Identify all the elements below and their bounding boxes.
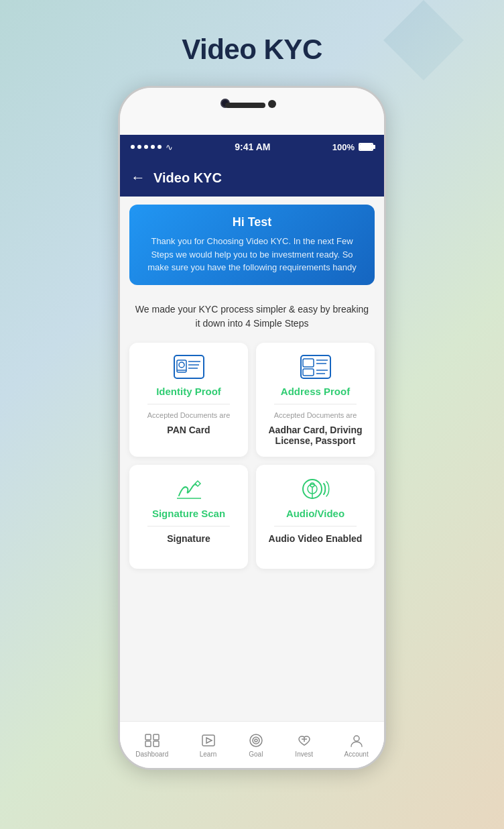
identity-docs-value: PAN Card — [167, 425, 210, 435]
scroll-content[interactable]: We made your KYC process simpler & easy … — [120, 293, 384, 722]
audio-video-divider — [274, 526, 356, 527]
invest-icon — [296, 732, 312, 749]
bg-decoration — [383, 0, 464, 80]
dashboard-label: Dashboard — [135, 751, 168, 758]
goal-label: Goal — [249, 751, 263, 758]
svg-point-30 — [354, 736, 359, 741]
phone-top — [120, 88, 384, 135]
signal-dot-5 — [158, 145, 162, 149]
signal-dot-1 — [131, 145, 135, 149]
status-left: ∿ — [131, 142, 173, 152]
address-proof-card[interactable]: Address Proof Accepted Documents are Aad… — [256, 343, 375, 457]
greeting-name: Hi Test — [141, 215, 363, 229]
signature-title: Signature Scan — [152, 508, 225, 519]
svg-marker-24 — [206, 738, 212, 743]
identity-docs-label: Accepted Documents are — [147, 411, 231, 419]
identity-proof-card[interactable]: Identity Proof Accepted Documents are PA… — [129, 343, 248, 457]
audio-video-card[interactable]: Audio/Video Audio Video Enabled — [256, 465, 375, 569]
svg-rect-20 — [153, 734, 159, 740]
identity-divider — [147, 404, 229, 404]
account-label: Account — [344, 751, 369, 758]
page-title: Video KYC — [182, 34, 322, 66]
signature-scan-card[interactable]: Signature Scan Signature — [129, 465, 248, 569]
phone-device: ∿ 9:41 AM 100% ← Video KYC Hi Test Thank… — [118, 86, 386, 770]
status-time: 9:41 AM — [235, 142, 270, 152]
bottom-nav: Dashboard Learn — [120, 721, 384, 768]
learn-label: Learn — [200, 751, 217, 758]
audio-video-title: Audio/Video — [286, 508, 344, 519]
identity-title: Identity Proof — [156, 386, 221, 397]
signature-icon — [172, 476, 206, 502]
svg-point-27 — [255, 739, 257, 742]
svg-rect-22 — [153, 741, 159, 747]
signature-divider — [147, 526, 229, 527]
rear-camera — [268, 100, 276, 108]
address-docs-label: Accepted Documents are — [274, 411, 357, 419]
address-icon — [299, 353, 332, 380]
svg-rect-8 — [303, 359, 314, 367]
phone-screen: ∿ 9:41 AM 100% ← Video KYC Hi Test Thank… — [120, 135, 384, 768]
status-right: 100% — [332, 142, 373, 152]
nav-dashboard[interactable]: Dashboard — [135, 732, 168, 758]
status-bar: ∿ 9:41 AM 100% — [120, 135, 384, 159]
app-header: ← Video KYC — [120, 159, 384, 197]
goal-icon — [248, 732, 264, 749]
nav-learn[interactable]: Learn — [200, 732, 217, 758]
steps-description: We made your KYC process simpler & easy … — [120, 293, 384, 337]
svg-point-25 — [250, 734, 262, 747]
kyc-cards-grid: Identity Proof Accepted Documents are PA… — [120, 337, 384, 578]
greeting-card: Hi Test Thank you for Choosing Video KYC… — [129, 205, 375, 285]
battery-percent: 100% — [332, 142, 355, 152]
svg-rect-0 — [174, 355, 204, 378]
svg-rect-9 — [303, 369, 314, 376]
signature-docs-value: Signature — [167, 533, 210, 544]
account-icon — [349, 732, 365, 749]
battery-icon — [359, 143, 373, 151]
address-divider — [274, 404, 356, 404]
invest-label: Invest — [295, 751, 313, 758]
battery-fill — [360, 144, 372, 150]
signal-dot-4 — [151, 145, 155, 149]
nav-account[interactable]: Account — [344, 732, 369, 758]
address-title: Address Proof — [281, 386, 350, 397]
svg-rect-21 — [145, 741, 151, 747]
speaker — [225, 103, 265, 108]
back-button[interactable]: ← — [131, 169, 145, 186]
dashboard-icon — [144, 732, 160, 749]
signal-dot-2 — [137, 145, 141, 149]
identity-icon — [172, 353, 206, 380]
greeting-message: Thank you for Choosing Video KYC. In the… — [141, 235, 363, 274]
svg-rect-19 — [145, 734, 151, 740]
svg-point-2 — [179, 362, 184, 368]
phone-wrapper: ∿ 9:41 AM 100% ← Video KYC Hi Test Thank… — [111, 86, 393, 829]
learn-icon — [200, 732, 216, 749]
nav-invest[interactable]: Invest — [295, 732, 313, 758]
svg-point-26 — [253, 737, 259, 744]
audio-video-docs-value: Audio Video Enabled — [269, 533, 363, 544]
app-header-title: Video KYC — [153, 170, 222, 186]
signal-dot-3 — [144, 145, 148, 149]
audio-video-icon — [299, 476, 332, 502]
nav-goal[interactable]: Goal — [248, 732, 264, 758]
wifi-icon: ∿ — [166, 142, 173, 152]
address-docs-value: Aadhar Card, Driving License, Passport — [264, 425, 367, 446]
